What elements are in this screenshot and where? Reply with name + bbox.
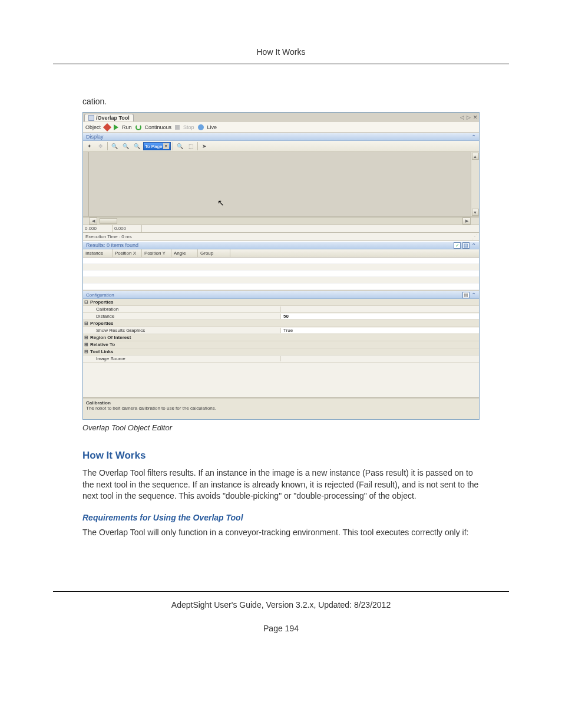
zoom-select[interactable]: To Page ▾ [143,142,171,150]
tool-icon [88,115,94,121]
coordinates-bar: 0.000 0.000 [83,225,479,233]
table-row [83,284,479,290]
window-tab-title: /Overlap Tool [96,115,130,121]
config-key: Show Results Graphics [89,328,281,333]
window-tab[interactable]: /Overlap Tool [84,114,134,121]
object-label: Object [85,124,101,130]
stop-label[interactable]: Stop [183,124,194,130]
results-pass-icon[interactable]: ✓ [454,242,461,249]
expand-icon[interactable]: ⊟ [83,299,89,305]
config-view-icon[interactable]: ▤ [462,292,470,298]
zoom-in-icon[interactable]: 🔍 [110,142,119,151]
continuous-label[interactable]: Continuous [145,124,172,130]
live-icon[interactable] [198,124,204,130]
footer-guide-info: AdeptSight User's Guide, Version 3.2.x, … [53,600,509,610]
object-toolbar: Object Run Continuous Stop Live [83,122,479,133]
cursor-icon: ↖ [217,198,224,207]
config-key: Properties [89,321,281,326]
table-row [83,258,479,264]
config-section-properties-2[interactable]: ⊟ Properties [83,320,479,327]
separator [173,142,173,150]
vertical-scrollbar[interactable]: ▲ ▼ [471,152,479,216]
config-section-properties[interactable]: ⊟ Properties [83,299,479,306]
separator [107,142,108,150]
results-section-header[interactable]: Results: 0 items found ✓ ▤ ⌃ [83,241,479,249]
config-key: Region Of Interest [89,335,281,340]
table-row [83,277,479,284]
zoom-select-label: To Page [145,144,162,149]
page-header-title: How It Works [53,47,509,57]
footer-rule [53,591,509,592]
collapse-icon[interactable]: ⌃ [471,242,476,249]
config-row-show-results-graphics[interactable]: Show Results Graphics True [83,327,479,334]
scroll-up-button[interactable]: ▲ [472,153,479,160]
col-position-x[interactable]: Position X [113,249,142,257]
config-description-panel: Calibration The robot to belt camera cal… [83,398,479,419]
scrollbar-thumb[interactable] [100,218,117,224]
config-row-image-source[interactable]: Image Source [83,355,479,363]
run-label[interactable]: Run [122,124,132,130]
play-icon[interactable] [114,124,118,130]
col-instance[interactable]: Instance [83,249,113,257]
fit-icon[interactable]: ⬚ [186,142,196,151]
resize-grip-icon[interactable]: ⋰ [472,233,477,240]
pan-icon[interactable]: ✥ [96,142,105,151]
config-value[interactable]: True [281,328,479,333]
zoom-region-icon[interactable]: 🔍 [175,142,184,151]
display-toolbar: ✦ ✥ 🔍 🔍 🔍 To Page ▾ 🔍 ⬚ ➤ [83,141,479,152]
config-section-relative-to[interactable]: ⊞ Relative To [83,341,479,348]
scroll-left-button[interactable]: ◀ [89,218,97,225]
results-title: Results: 0 items found [86,242,138,248]
nav-prev-button[interactable]: ◁ [460,114,464,120]
config-row-calibration[interactable]: Calibration [83,306,479,313]
config-row-distance[interactable]: Distance 50 [83,313,479,320]
col-group[interactable]: Group [198,249,230,257]
figure-caption: Overlap Tool Object Editor [82,423,480,432]
dropdown-icon[interactable]: ▾ [163,143,169,149]
scrollbar-track[interactable] [97,218,462,225]
expand-icon[interactable]: ⊟ [83,335,89,340]
image-viewport[interactable]: ↖ ▲ ▼ [83,152,479,217]
config-section-region-of-interest[interactable]: ⊟ Region Of Interest [83,334,479,341]
collapse-icon[interactable]: ⌃ [471,292,476,298]
results-header-row: Instance Position X Position Y Angle Gro… [83,249,479,258]
configuration-grid: ⊟ Properties Calibration Distance 50 [83,299,479,419]
sub-heading: Requirements for Using the Overlap Tool [82,513,480,522]
nav-next-button[interactable]: ▷ [467,114,471,120]
config-value[interactable]: 50 [281,314,479,319]
table-row [83,271,479,277]
results-view-icon[interactable]: ▤ [462,242,470,249]
pointer-icon[interactable]: ➤ [200,142,209,151]
header-rule [53,64,509,64]
display-section-header[interactable]: Display ⌃ [83,133,479,141]
config-key: Distance [89,314,281,319]
configuration-section-header[interactable]: Configuration ▤ ⌃ [83,291,479,299]
expand-icon[interactable]: ⊟ [83,349,89,354]
coord-x: 0.000 [83,225,113,232]
horizontal-scrollbar[interactable]: ◀ ▶ [83,217,479,225]
separator [197,142,198,150]
collapse-icon[interactable]: ⌃ [471,134,476,140]
footer-page-number: Page 194 [53,624,509,633]
config-section-tool-links[interactable]: ⊟ Tool Links [83,348,479,355]
expand-icon[interactable]: ⊞ [83,342,89,347]
col-position-y[interactable]: Position Y [142,249,171,257]
results-table: Instance Position X Position Y Angle Gro… [83,249,479,291]
execution-time-bar: Execution Time : 0 ms ⋰ [83,233,479,241]
body-paragraph-2: The Overlap Tool will only function in a… [82,527,480,539]
col-angle[interactable]: Angle [171,249,198,257]
live-label[interactable]: Live [207,124,217,130]
tools-icon[interactable]: ✦ [85,142,94,151]
continuous-icon[interactable] [135,124,141,130]
window-close-button[interactable]: ✕ [473,114,478,120]
zoom-reset-icon[interactable]: 🔍 [132,142,141,151]
configuration-title: Configuration [86,292,114,298]
scroll-down-button[interactable]: ▼ [472,209,479,216]
stop-icon[interactable] [175,125,180,130]
scroll-right-button[interactable]: ▶ [462,218,471,225]
config-empty-area [83,363,479,398]
config-key: Image Source [89,356,281,361]
expand-icon[interactable]: ⊟ [83,321,89,326]
abort-icon[interactable] [103,123,111,131]
zoom-out-icon[interactable]: 🔍 [121,142,130,151]
